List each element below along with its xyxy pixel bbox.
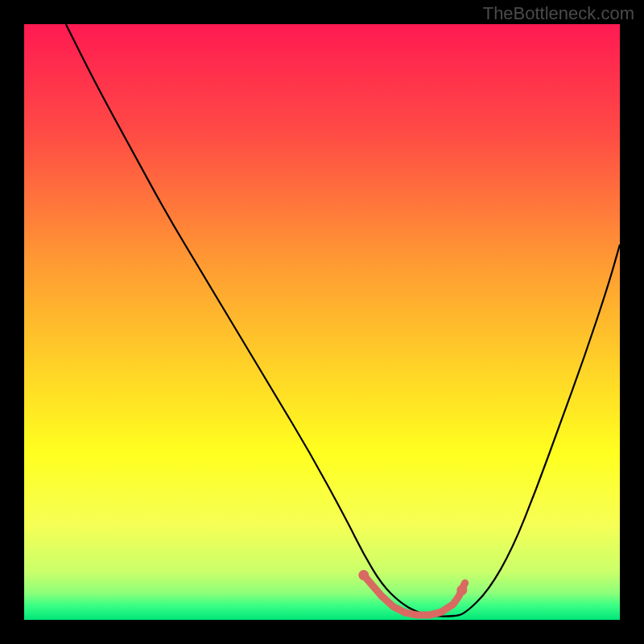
- chart-svg: [24, 24, 620, 620]
- watermark-text: TheBottleneck.com: [483, 3, 634, 24]
- svg-point-1: [456, 585, 467, 596]
- gradient-background: [24, 24, 620, 620]
- svg-point-0: [358, 570, 369, 580]
- chart-container: [24, 24, 620, 620]
